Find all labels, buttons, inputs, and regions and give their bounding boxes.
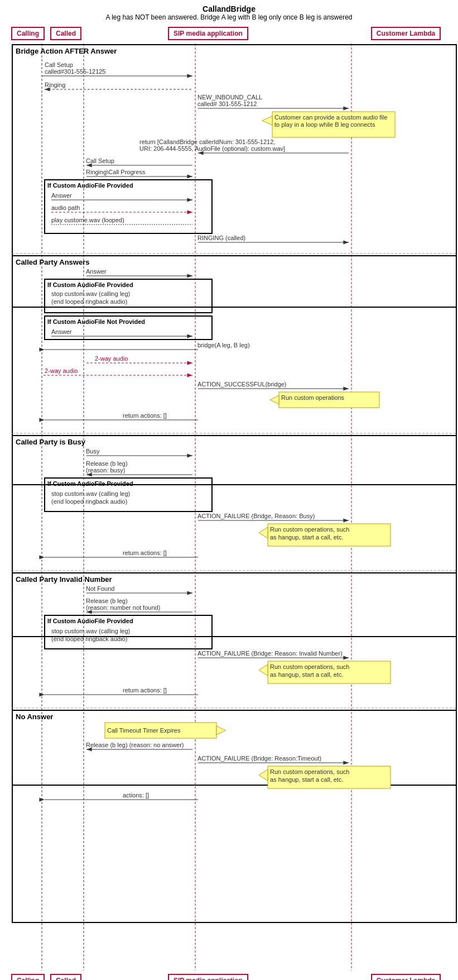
svg-text:as hangup, start a call, etc.: as hangup, start a call, etc. bbox=[270, 776, 343, 783]
svg-text:(reason: number not found): (reason: number not found) bbox=[86, 604, 160, 611]
svg-text:If Custom AudioFile Provided: If Custom AudioFile Provided bbox=[47, 618, 133, 624]
sequence-area: Bridge Action AFTER Answer Call Setup ca… bbox=[6, 44, 452, 971]
svg-text:to play in a loop while B leg : to play in a loop while B leg connects bbox=[274, 121, 375, 128]
svg-text:Answer: Answer bbox=[86, 268, 107, 275]
svg-text:If Custom AudioFile Provided: If Custom AudioFile Provided bbox=[47, 480, 133, 487]
svg-marker-102 bbox=[259, 665, 268, 676]
svg-marker-82 bbox=[259, 527, 268, 538]
svg-text:If Custom AudioFile Not Provid: If Custom AudioFile Not Provided bbox=[47, 318, 145, 325]
footer-row: Calling Called SIP media application Cus… bbox=[6, 971, 452, 980]
svg-marker-118 bbox=[259, 769, 268, 781]
svg-marker-21 bbox=[262, 116, 272, 125]
actor-sip-top: SIP media application bbox=[168, 27, 248, 40]
svg-text:(end looped ringback audio): (end looped ringback audio) bbox=[51, 298, 127, 305]
svg-text:URI: 206-444-5555, AudioFile (: URI: 206-444-5555, AudioFile (optional):… bbox=[139, 145, 285, 152]
svg-text:Answer: Answer bbox=[51, 192, 72, 199]
svg-text:ACTION_FAILURE (Bridge, Reason: ACTION_FAILURE (Bridge, Reason: Busy) bbox=[197, 513, 315, 519]
svg-text:return actions: []: return actions: [] bbox=[123, 412, 167, 419]
svg-text:called# 301-555-1212: called# 301-555-1212 bbox=[197, 101, 257, 107]
svg-text:2-way audio: 2-way audio bbox=[45, 367, 78, 374]
actor-called-bottom: Called bbox=[50, 974, 81, 980]
svg-text:Called Party Invalid Number: Called Party Invalid Number bbox=[16, 575, 112, 584]
svg-text:Release (b leg): Release (b leg) bbox=[86, 597, 128, 604]
svg-text:ACTION_FAILURE (Bridge: Reason: ACTION_FAILURE (Bridge: Reason:Timeout) bbox=[197, 755, 321, 762]
actor-calling-top: Calling bbox=[11, 27, 45, 40]
svg-text:return [CallandBridge callerId: return [CallandBridge callerIdNum: 301-5… bbox=[139, 138, 275, 145]
svg-text:as hangup, start a call, etc.: as hangup, start a call, etc. bbox=[270, 534, 343, 541]
svg-text:If Custom AudioFile Provided: If Custom AudioFile Provided bbox=[47, 182, 133, 189]
svg-rect-106 bbox=[12, 710, 456, 922]
svg-text:Run custom operations, such: Run custom operations, such bbox=[270, 663, 349, 670]
svg-text:NEW_INBOUND_CALL: NEW_INBOUND_CALL bbox=[197, 94, 262, 101]
svg-text:(reason: busy): (reason: busy) bbox=[86, 467, 125, 474]
svg-text:Call Setup: Call Setup bbox=[45, 61, 73, 68]
svg-text:Call Timeout Timer Expires: Call Timeout Timer Expires bbox=[107, 727, 181, 734]
actor-called-top: Called bbox=[50, 27, 81, 40]
sequence-svg: Bridge Action AFTER Answer Call Setup ca… bbox=[11, 44, 457, 971]
actor-sip-bottom: SIP media application bbox=[168, 974, 248, 980]
actor-calling-bottom: Calling bbox=[11, 974, 45, 980]
svg-text:Run custom operations, such: Run custom operations, such bbox=[270, 768, 349, 775]
actor-lambda-top: Customer Lambda bbox=[371, 27, 441, 40]
svg-text:Busy: Busy bbox=[86, 448, 100, 455]
svg-text:2-way audio: 2-way audio bbox=[95, 355, 128, 362]
svg-text:audio path: audio path bbox=[51, 204, 80, 211]
svg-text:as hangup, start a call, etc.: as hangup, start a call, etc. bbox=[270, 671, 343, 678]
svg-marker-62 bbox=[270, 395, 279, 404]
svg-text:(end looped ringback audio): (end looped ringback audio) bbox=[51, 635, 127, 642]
svg-text:stop custom.wav (calling leg): stop custom.wav (calling leg) bbox=[51, 290, 130, 297]
svg-text:bridge(A leg, B leg): bridge(A leg, B leg) bbox=[197, 342, 250, 348]
svg-text:Called Party Answers: Called Party Answers bbox=[16, 258, 89, 266]
svg-text:return actions: []: return actions: [] bbox=[123, 687, 167, 694]
svg-text:Not Found: Not Found bbox=[86, 585, 114, 592]
svg-text:play custome.wav (looped): play custome.wav (looped) bbox=[51, 217, 124, 223]
svg-text:called#301-555-12125: called#301-555-12125 bbox=[45, 68, 105, 75]
diagram-container: CallandBridge A leg has NOT been answere… bbox=[0, 0, 458, 980]
svg-text:ACTION_SUCCESSFUL(bridge): ACTION_SUCCESSFUL(bridge) bbox=[197, 381, 287, 388]
svg-text:stop custom.wav (calling leg): stop custom.wav (calling leg) bbox=[51, 490, 130, 497]
svg-text:Ringing: Ringing bbox=[45, 82, 65, 88]
header-row: Calling Called SIP media application Cus… bbox=[6, 23, 452, 44]
svg-text:Release (b leg): Release (b leg) bbox=[86, 460, 128, 467]
svg-text:If Custom AudioFile Provided: If Custom AudioFile Provided bbox=[47, 281, 133, 288]
svg-text:return actions: []: return actions: [] bbox=[123, 549, 167, 556]
svg-text:Run custom operations, such: Run custom operations, such bbox=[270, 526, 349, 533]
svg-text:stop custom.wav (calling leg): stop custom.wav (calling leg) bbox=[51, 628, 130, 634]
svg-text:Answer: Answer bbox=[51, 328, 72, 335]
svg-text:Customer can provide a custom : Customer can provide a custom audio file bbox=[274, 114, 387, 121]
actor-lambda-bottom: Customer Lambda bbox=[371, 974, 441, 980]
svg-text:Run custom operations: Run custom operations bbox=[281, 394, 345, 401]
diagram-subtitle: A leg has NOT been answered. Bridge A le… bbox=[6, 13, 452, 21]
svg-text:No Answer: No Answer bbox=[16, 713, 53, 721]
svg-text:ACTION_FAILURE (Bridge: Reason: ACTION_FAILURE (Bridge: Reason: Invalid … bbox=[197, 650, 343, 657]
svg-text:actions: []: actions: [] bbox=[123, 792, 149, 799]
diagram-title: CallandBridge bbox=[6, 4, 452, 13]
svg-text:Call Setup: Call Setup bbox=[86, 157, 114, 164]
svg-rect-8 bbox=[12, 45, 456, 307]
svg-text:RINGING (called): RINGING (called) bbox=[197, 235, 245, 241]
title-area: CallandBridge A leg has NOT been answere… bbox=[6, 0, 452, 23]
svg-text:Release (b leg) (reason: no an: Release (b leg) (reason: no answer) bbox=[86, 742, 184, 748]
svg-marker-110 bbox=[216, 726, 225, 735]
svg-text:Ringing\Call Progress: Ringing\Call Progress bbox=[86, 169, 146, 175]
svg-text:(end looped ringback audio): (end looped ringback audio) bbox=[51, 498, 127, 505]
svg-text:Called Party is Busy: Called Party is Busy bbox=[16, 438, 86, 446]
svg-text:Bridge Action AFTER Answer: Bridge Action AFTER Answer bbox=[16, 47, 117, 55]
